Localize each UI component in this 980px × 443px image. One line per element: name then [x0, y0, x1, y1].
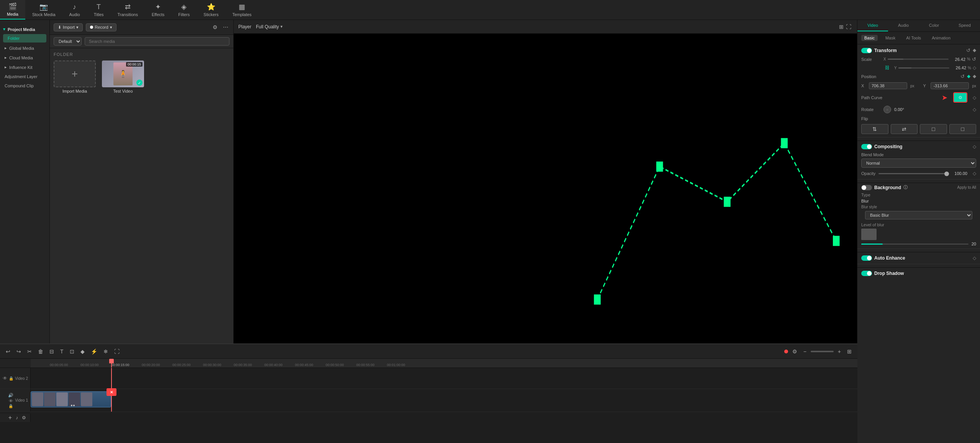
delete-button[interactable]: 🗑 [36, 348, 45, 355]
tab-speed[interactable]: Speed [949, 20, 980, 31]
auto-enhance-toggle[interactable] [861, 255, 872, 261]
subtab-basic[interactable]: Basic [861, 35, 878, 41]
auto-enhance-keyframe-icon[interactable]: ◇ [973, 255, 976, 261]
track1-speaker-icon[interactable]: 🔊 [8, 393, 13, 398]
tab-stock-media[interactable]: 📷 Stock Media [25, 0, 62, 20]
flip-horizontal-button[interactable]: ⇄ [891, 124, 918, 134]
sidebar-item-compound-clip[interactable]: Compound Clip [0, 81, 49, 90]
track1-lock-icon[interactable]: 🔒 [8, 404, 13, 408]
scale-y-slider[interactable] [898, 67, 949, 69]
rotate-keyframe-icon[interactable]: ◇ [973, 107, 976, 112]
import-media-item[interactable]: + Import Media [54, 60, 96, 93]
tl-grid-icon[interactable]: ⊞ [845, 348, 854, 355]
tab-titles[interactable]: T Titles [87, 0, 111, 20]
track-eye-icon[interactable]: 👁 [3, 376, 7, 381]
tl-settings-icon[interactable]: ⚙ [790, 348, 799, 355]
scale-x-slider[interactable] [888, 59, 949, 60]
drop-shadow-toggle[interactable] [861, 271, 872, 276]
quality-dropdown-icon[interactable]: ▾ [280, 24, 283, 29]
tab-templates[interactable]: ▦ Templates [225, 0, 258, 20]
tab-stickers[interactable]: ⭐ Stickers [197, 0, 225, 20]
flip-vertical-button[interactable]: ⇅ [861, 124, 888, 134]
subtab-ai-tools[interactable]: AI Tools [903, 35, 924, 41]
text-button[interactable]: T [58, 348, 66, 355]
add-audio-track-icon[interactable]: ♪ [15, 414, 19, 422]
auto-enhance-title: Auto Enhance [861, 255, 905, 261]
position-keyframe-icon[interactable]: ◆ [973, 74, 976, 79]
undo-button[interactable]: ↩ [4, 348, 12, 355]
position-y-input[interactable] [931, 82, 969, 89]
split-button[interactable]: ⊟ [48, 348, 56, 355]
position-x-input[interactable] [869, 82, 907, 89]
freeze-button[interactable]: ❄ [102, 348, 110, 355]
tab-video[interactable]: Video [857, 20, 888, 31]
position-keyframe-add-icon[interactable]: ◆ [967, 74, 970, 79]
sidebar-item-folder[interactable]: Folder [3, 34, 46, 43]
grid-view-icon[interactable]: ⊞ [838, 23, 845, 31]
search-input[interactable] [85, 37, 229, 46]
scale-y-unit: % [968, 66, 971, 70]
tl-zoom-in-icon[interactable]: + [836, 348, 843, 355]
speed-button[interactable]: ⚡ [89, 348, 99, 355]
import-button[interactable]: ⬇ Import ▾ [54, 23, 83, 31]
fullscreen-icon[interactable]: ⛶ [845, 23, 852, 31]
sidebar-item-cloud-media[interactable]: ▸ Cloud Media [0, 53, 49, 62]
position-reset-icon[interactable]: ↺ [960, 74, 965, 79]
sidebar-item-project-media[interactable]: ▾ Project Media [0, 23, 49, 33]
add-track-icon[interactable]: + [7, 413, 13, 422]
tl-zoom-bar[interactable] [811, 351, 834, 352]
compositing-keyframe-icon[interactable]: ◇ [973, 144, 976, 149]
tab-effects[interactable]: ✦ Effects [145, 0, 171, 20]
tab-audio[interactable]: Audio [888, 20, 919, 31]
filter-icon[interactable]: ⚙ [211, 23, 219, 31]
opacity-keyframe-icon[interactable]: ◇ [973, 171, 976, 176]
subtab-animation[interactable]: Animation [929, 35, 954, 41]
record-button[interactable]: Record ▾ [86, 23, 116, 31]
blend-mode-select[interactable]: Normal [861, 159, 976, 168]
playhead-knob-video1[interactable]: ✕ [107, 388, 116, 396]
flip-option3-button[interactable]: □ [920, 124, 947, 134]
tab-filters[interactable]: ◈ Filters [171, 0, 197, 20]
marker-button[interactable]: ◆ [79, 348, 87, 355]
default-select[interactable]: Default [54, 37, 82, 46]
track-settings-icon[interactable]: ⚙ [21, 414, 27, 422]
cut-button[interactable]: ✂ [25, 348, 34, 355]
record-indicator[interactable] [784, 350, 788, 353]
tab-transitions[interactable]: ⇄ Transitions [111, 0, 145, 20]
transform-toggle[interactable] [861, 48, 872, 53]
scale-y-keyframe-icon[interactable]: ◇ [973, 65, 976, 70]
subtitle-button[interactable]: ⊡ [68, 348, 76, 355]
track-lock-icon[interactable]: 🔒 [9, 376, 13, 381]
flip-option4-button[interactable]: □ [949, 124, 977, 134]
tab-audio[interactable]: ♪ Audio [62, 0, 87, 20]
transform-keyframe-icon[interactable]: ◆ [973, 47, 976, 53]
tab-media[interactable]: 🎬 Media [0, 0, 25, 20]
track1-eye-icon[interactable]: 👁 [9, 399, 13, 403]
sidebar-item-global-media[interactable]: ▸ Global Media [0, 43, 49, 53]
sidebar-item-influence-kit[interactable]: ▸ Influence Kit [0, 62, 49, 72]
path-curve-button[interactable]: ⊙ [953, 92, 967, 103]
opacity-slider[interactable] [878, 173, 949, 174]
path-curve-keyframe-icon[interactable]: ◇ [973, 95, 976, 100]
timeline-toolbar: ↩ ↪ ✂ 🗑 ⊟ T ⊡ ◆ ⚡ ❄ ⛶ ⚙ − + ⊞ [0, 344, 857, 359]
sidebar-item-adjustment-layer[interactable]: Adjustment Layer [0, 72, 49, 81]
more-options-icon[interactable]: ⋯ [222, 23, 229, 31]
background-toggle[interactable] [861, 185, 872, 190]
rotate-dial[interactable]: ○ [883, 106, 891, 113]
test-video-item[interactable]: 00:00:15 🧍 ✓ Test Video [102, 60, 144, 93]
apply-to-all-button[interactable]: Apply to All [957, 185, 976, 190]
track-video1-label: 🔊 👁 🔒 Video 1 [0, 389, 31, 412]
blur-slider[interactable] [861, 244, 969, 245]
blur-style-select[interactable]: Basic Blur [865, 211, 972, 219]
tab-color[interactable]: Color [919, 20, 949, 31]
crop-button[interactable]: ⛶ [112, 348, 121, 355]
compositing-toggle[interactable] [861, 144, 872, 149]
clip-test-video[interactable] [31, 391, 111, 407]
redo-button[interactable]: ↪ [15, 348, 23, 355]
scale-chain-link-icon[interactable]: ⛓ [883, 65, 891, 70]
transform-reset-icon[interactable]: ↺ [966, 47, 970, 53]
subtab-mask[interactable]: Mask [882, 35, 898, 41]
scale-reset-icon[interactable]: ↺ [972, 56, 976, 62]
tl-zoom-out-icon[interactable]: − [801, 348, 808, 355]
filters-icon: ◈ [181, 3, 187, 11]
